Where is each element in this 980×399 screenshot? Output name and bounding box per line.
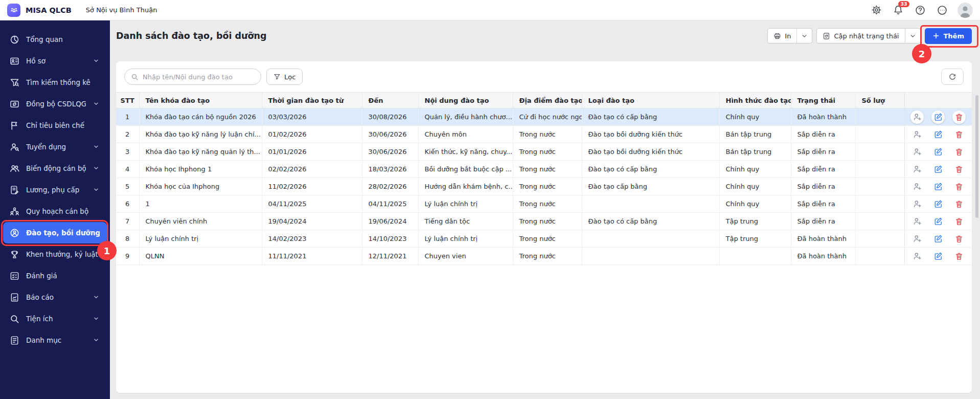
add-button[interactable]: Thêm	[925, 28, 972, 44]
assign-user-button[interactable]	[910, 163, 924, 176]
salary-icon	[10, 185, 19, 195]
trash-icon	[955, 165, 963, 173]
trash-icon	[955, 217, 963, 226]
sidebar-item-chi-tieu-bien-che[interactable]: Chỉ tiêu biên chế	[3, 115, 107, 136]
edit-button[interactable]	[931, 197, 945, 211]
settings-button[interactable]	[870, 4, 883, 17]
help-button[interactable]	[914, 4, 927, 17]
edit-button[interactable]	[931, 110, 945, 124]
reward-icon	[10, 250, 19, 259]
table-row[interactable]: 2 Khóa đào tạo kỹ năng lý luận chí... 01…	[116, 126, 972, 143]
plus-icon	[932, 32, 940, 39]
refresh-button[interactable]	[941, 69, 964, 85]
print-dropdown-button[interactable]	[796, 29, 812, 43]
assign-user-button[interactable]	[910, 145, 924, 159]
delete-button[interactable]	[952, 145, 966, 159]
edit-pencil-icon	[934, 234, 943, 243]
profile-icon	[10, 56, 19, 66]
sidebar-item-tuyen-dung[interactable]: Tuyển dụng	[3, 136, 107, 158]
update-status-dropdown-button[interactable]	[905, 29, 920, 43]
sidebar-item-luong-phu-cap[interactable]: Lương, phụ cấp	[3, 179, 107, 201]
search-stats-icon	[10, 78, 19, 87]
assign-user-button[interactable]	[910, 197, 924, 211]
chevron-down-icon	[93, 294, 100, 301]
table-row[interactable]: 6 1 04/11/2025 04/11/2025 Lý luận chính …	[116, 195, 972, 213]
assign-user-button[interactable]	[910, 232, 924, 246]
person-add-icon	[913, 113, 922, 121]
sidebar-item-tim-kiem-thong-ke[interactable]: Tìm kiếm thống kê	[3, 72, 107, 93]
table-row[interactable]: 5 Khóa học của Ihphong 11/02/2026 28/02/…	[116, 178, 972, 195]
edit-pencil-icon	[934, 182, 943, 191]
assign-user-button[interactable]	[910, 180, 924, 193]
training-icon	[10, 228, 19, 238]
col-stt: STT	[116, 93, 139, 108]
avatar-person-icon	[958, 3, 973, 18]
edit-button[interactable]	[931, 215, 945, 228]
sidebar-item-quy-hoach-can-bo[interactable]: Quy hoạch cán bộ	[3, 201, 107, 222]
update-status-button[interactable]: Cập nhật trạng thái	[816, 28, 920, 43]
sidebar: Tổng quan Hồ sơ Tìm kiếm thống kê Đồng b…	[0, 20, 110, 399]
edit-button[interactable]	[931, 128, 945, 141]
sidebar-item-bien-dong-can-bo[interactable]: Biến động cán bộ	[3, 158, 107, 179]
sidebar-item-khen-thuong-ky-luat[interactable]: Khen thưởng, kỷ luật	[3, 243, 107, 265]
trash-icon	[955, 235, 963, 243]
edit-pencil-icon	[934, 147, 943, 156]
table-header-row: STT Tên khóa đào tạo Thời gian đào tạo t…	[116, 93, 972, 108]
assign-user-button[interactable]	[910, 215, 924, 228]
sidebar-item-danh-gia[interactable]: Đánh giá	[3, 265, 107, 286]
user-avatar[interactable]	[958, 3, 973, 18]
delete-button[interactable]	[952, 197, 966, 211]
top-bar: MISA QLCB Sở Nội vụ Bình Thuận 33	[0, 0, 980, 20]
delete-button[interactable]	[952, 163, 966, 176]
sidebar-item-tong-quan[interactable]: Tổng quan	[3, 29, 107, 50]
training-table: STT Tên khóa đào tạo Thời gian đào tạo t…	[116, 92, 972, 265]
page-title: Danh sách đào tạo, bồi dưỡng	[116, 31, 267, 41]
table-row[interactable]: 3 Khóa đào tạo kỹ năng quản lý th... 01/…	[116, 143, 972, 161]
edit-pencil-icon	[934, 165, 943, 173]
edit-button[interactable]	[931, 180, 945, 193]
chevron-down-icon	[93, 100, 100, 107]
trash-icon	[955, 148, 963, 156]
sidebar-item-tien-ich[interactable]: Tiện ích	[3, 308, 107, 329]
delete-button[interactable]	[952, 215, 966, 228]
edit-button[interactable]	[931, 145, 945, 159]
edit-button[interactable]	[931, 250, 945, 263]
delete-button[interactable]	[952, 250, 966, 263]
notifications-button[interactable]: 33	[892, 4, 905, 17]
report-icon	[10, 293, 19, 302]
funnel-icon	[274, 73, 281, 80]
col-ten-khoa: Tên khóa đào tạo	[139, 93, 262, 108]
sidebar-item-danh-muc[interactable]: Danh mục	[3, 329, 107, 351]
people-logo-icon	[10, 6, 18, 14]
delete-button[interactable]	[952, 232, 966, 246]
sidebar-item-bao-cao[interactable]: Báo cáo	[3, 286, 107, 308]
person-add-icon	[913, 130, 922, 139]
sidebar-item-dong-bo-csdlqg[interactable]: Đồng bộ CSDLQG	[3, 93, 107, 115]
vertical-scrollbar-thumb[interactable]	[975, 95, 978, 218]
assign-user-button[interactable]	[910, 250, 924, 263]
filter-button[interactable]: Lọc	[266, 69, 303, 85]
table-row[interactable]: 4 Khóa học Ihphong 1 02/02/2026 18/03/20…	[116, 161, 972, 178]
more-button[interactable]	[936, 4, 949, 17]
edit-button[interactable]	[931, 232, 945, 246]
print-button[interactable]: In	[767, 28, 812, 43]
trash-icon	[955, 200, 963, 208]
delete-button[interactable]	[952, 128, 966, 141]
table-row[interactable]: 8 Lý luận chính trị 14/02/2023 14/10/202…	[116, 230, 972, 248]
search-input[interactable]	[143, 73, 255, 81]
table-row[interactable]: 9 QLNN 11/11/2021 12/11/2021 Chuyen vien…	[116, 248, 972, 265]
sidebar-item-ho-so[interactable]: Hồ sơ	[3, 50, 107, 72]
assign-user-button[interactable]	[910, 110, 924, 124]
delete-button[interactable]	[952, 180, 966, 193]
person-add-icon	[913, 252, 922, 260]
notification-badge: 33	[898, 1, 909, 8]
col-den: Đến	[362, 93, 418, 108]
table-row[interactable]: 1 Khóa đào tạo cán bộ nguồn 2026 03/03/2…	[116, 108, 972, 126]
sidebar-item-dao-tao-boi-duong[interactable]: Đào tạo, bồi dưỡng	[3, 222, 107, 243]
table-row[interactable]: 7 Chuyên viên chính 19/04/2024 19/06/202…	[116, 213, 972, 230]
assign-user-button[interactable]	[910, 128, 924, 141]
edit-button[interactable]	[931, 163, 945, 176]
delete-button[interactable]	[952, 110, 966, 124]
col-trang-thai: Trạng thái	[791, 93, 855, 108]
chevron-down-icon	[909, 33, 916, 39]
